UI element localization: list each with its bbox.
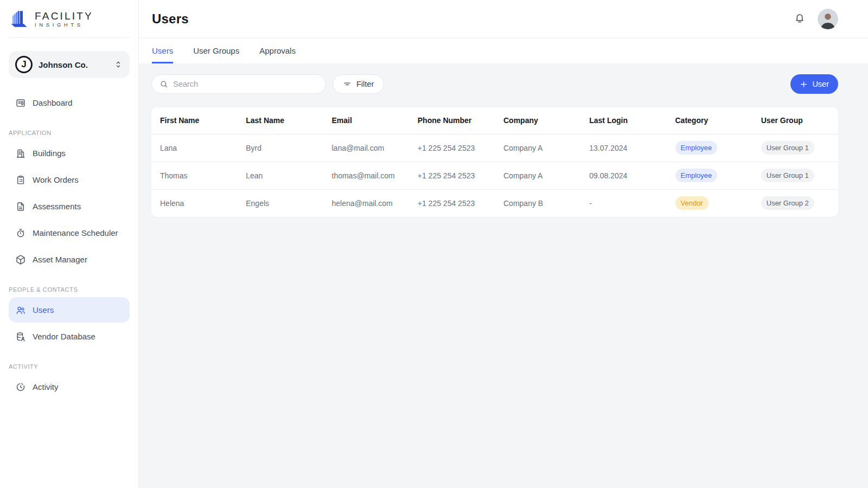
table-row[interactable]: HelenaEngelshelena@mail.com+1 225 254 25…	[151, 189, 838, 217]
add-user-button[interactable]: User	[790, 74, 838, 94]
box-icon	[15, 254, 26, 265]
user-group-badge: User Group 1	[761, 141, 814, 155]
cell-phone: +1 225 254 2523	[409, 189, 495, 217]
table-row[interactable]: ThomasLeanthomas@mail.com+1 225 254 2523…	[151, 162, 838, 189]
workspace-logo: J	[15, 56, 33, 73]
sidebar-nav: DashboardAPPLICATIONBuildingsWork Orders…	[9, 90, 130, 400]
topbar: Users	[139, 0, 868, 38]
user-avatar[interactable]	[818, 9, 838, 29]
buildings-icon	[15, 148, 26, 159]
app-root: FACILITY INSIGHTS J Johnson Co. Dashboar…	[0, 0, 868, 488]
table-body: LanaByrdlana@mail.com+1 225 254 2523Comp…	[151, 134, 838, 217]
nav-section-label: ACTIVITY	[9, 363, 130, 370]
users-icon	[15, 305, 26, 316]
tab-users[interactable]: Users	[152, 38, 173, 63]
sidebar-item-vendor-database[interactable]: Vendor Database	[9, 324, 130, 349]
cell-user-group: User Group 1	[752, 162, 838, 189]
tabs-bar: UsersUser GroupsApprovals	[139, 38, 868, 63]
content: Filter User First NameLast NameEmailPhon…	[139, 63, 868, 488]
nav-section: ACTIVITYActivity	[9, 363, 130, 400]
cell-category: Employee	[667, 134, 752, 162]
cell-category: Vendor	[667, 189, 752, 217]
cell-email: thomas@mail.com	[323, 162, 409, 189]
category-badge: Employee	[675, 169, 718, 182]
table-row[interactable]: LanaByrdlana@mail.com+1 225 254 2523Comp…	[151, 134, 838, 162]
toolbar: Filter User	[151, 74, 838, 94]
sidebar-item-buildings[interactable]: Buildings	[9, 140, 130, 166]
cell-company: Company A	[495, 162, 580, 189]
sidebar-item-label: Assessments	[33, 202, 81, 211]
cell-last-login: -	[580, 189, 666, 217]
sidebar-item-dashboard[interactable]: Dashboard	[9, 90, 130, 115]
topbar-right	[794, 9, 838, 29]
cell-company: Company B	[495, 189, 580, 217]
dashboard-icon	[15, 98, 26, 108]
cell-first-name: Lana	[151, 134, 237, 162]
sidebar-item-label: Asset Manager	[33, 255, 87, 264]
column-header: Phone Number	[409, 107, 495, 134]
sidebar-item-assessments[interactable]: Assessments	[9, 194, 130, 219]
user-group-badge: User Group 1	[761, 169, 814, 182]
bell-icon[interactable]	[794, 12, 807, 25]
sidebar-item-label: Activity	[33, 382, 59, 391]
cell-company: Company A	[495, 134, 580, 162]
nav-section-label: APPLICATION	[9, 130, 130, 136]
filter-label: Filter	[356, 80, 374, 88]
sidebar-item-maintenance-scheduler[interactable]: Maintenance Scheduler	[9, 220, 130, 246]
database-icon	[15, 331, 26, 342]
column-header: Company	[495, 107, 580, 134]
cell-user-group: User Group 1	[752, 134, 838, 162]
table-head: First NameLast NameEmailPhone NumberComp…	[151, 107, 838, 134]
brand-logo: FACILITY INSIGHTS	[9, 0, 130, 38]
tab-user-groups[interactable]: User Groups	[193, 38, 239, 63]
sidebar-item-label: Dashboard	[33, 98, 72, 107]
filter-button[interactable]: Filter	[333, 74, 384, 94]
sidebar-item-label: Vendor Database	[33, 332, 95, 341]
sidebar-item-label: Maintenance Scheduler	[33, 228, 118, 237]
search-box	[151, 74, 326, 94]
page-title: Users	[152, 11, 189, 27]
brand-name-top: FACILITY	[35, 11, 93, 22]
brand-wordmark: FACILITY INSIGHTS	[35, 11, 93, 28]
search-input[interactable]	[173, 80, 318, 88]
cell-first-name: Helena	[151, 189, 237, 217]
cell-email: helena@mail.com	[323, 189, 409, 217]
workspace-selector[interactable]: J Johnson Co.	[9, 51, 130, 78]
tab-approvals[interactable]: Approvals	[259, 38, 296, 63]
search-icon	[159, 80, 169, 89]
sidebar-item-label: Users	[33, 305, 54, 314]
sidebar: FACILITY INSIGHTS J Johnson Co. Dashboar…	[0, 0, 139, 488]
cell-last-login: 13.07.2024	[580, 134, 666, 162]
users-table: First NameLast NameEmailPhone NumberComp…	[151, 107, 838, 217]
column-header: First Name	[151, 107, 237, 134]
sidebar-item-work-orders[interactable]: Work Orders	[9, 167, 130, 192]
cell-user-group: User Group 2	[752, 189, 838, 217]
nav-section: PEOPLE & CONTACTSUsersVendor Database	[9, 286, 130, 349]
cell-last-name: Byrd	[237, 134, 323, 162]
cell-last-name: Lean	[237, 162, 323, 189]
sidebar-item-activity[interactable]: Activity	[9, 374, 130, 400]
filter-icon	[343, 80, 352, 88]
unfold-icon	[113, 60, 123, 69]
cell-last-name: Engels	[237, 189, 323, 217]
table-header-row: First NameLast NameEmailPhone NumberComp…	[151, 107, 838, 134]
timer-icon	[15, 228, 26, 239]
users-table-card: First NameLast NameEmailPhone NumberComp…	[151, 107, 838, 217]
column-header: Last Login	[580, 107, 666, 134]
cell-phone: +1 225 254 2523	[409, 162, 495, 189]
category-badge: Vendor	[675, 196, 709, 210]
add-user-label: User	[812, 80, 829, 88]
brand-name-bottom: INSIGHTS	[35, 22, 93, 28]
column-header: Category	[667, 107, 752, 134]
activity-icon	[15, 382, 26, 393]
nav-section: APPLICATIONBuildingsWork OrdersAssessmen…	[9, 130, 130, 272]
column-header: Email	[323, 107, 409, 134]
sidebar-item-asset-manager[interactable]: Asset Manager	[9, 247, 130, 272]
workspace-name: Johnson Co.	[39, 60, 113, 69]
nav-section-label: PEOPLE & CONTACTS	[9, 286, 130, 293]
plus-icon	[800, 80, 808, 88]
category-badge: Employee	[675, 141, 718, 155]
user-group-badge: User Group 2	[761, 196, 814, 210]
sidebar-item-users[interactable]: Users	[9, 297, 130, 323]
cell-last-login: 09.08.2024	[580, 162, 666, 189]
